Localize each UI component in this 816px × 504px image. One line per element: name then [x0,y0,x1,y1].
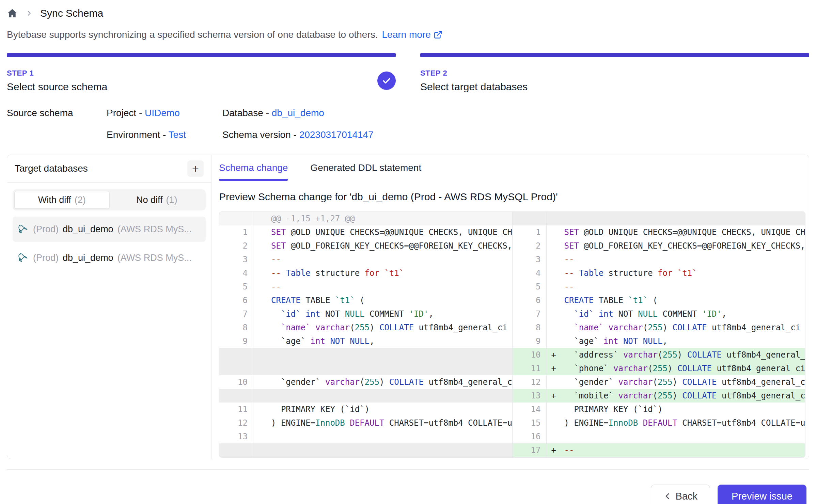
home-icon[interactable] [7,8,18,19]
intro-description: Bytebase supports synchronizing a specif… [7,29,378,40]
diff-code-row: 14 PRIMARY KEY (`id`) [513,403,805,416]
code-line: ) ENGINE=InnoDB DEFAULT CHARSET=utf8mb4 … [271,416,512,430]
line-number: 13 [513,389,547,403]
project-field-name: Project - [107,108,142,118]
diff-sign [547,416,564,430]
step-1-progress-bar [7,53,396,57]
diff-sign [253,280,271,294]
diff-sign [253,443,271,457]
line-number: 9 [513,334,547,348]
database-list-item[interactable]: (Prod) db_ui_demo (AWS RDS MyS... [13,245,206,270]
line-number [513,212,547,225]
schema-preview-area: Schema change Generated DDL statement Pr… [211,155,809,459]
diff-sign [547,225,564,239]
step-2-progress-bar [420,53,809,57]
code-line [271,443,512,457]
database-field-name: Database - [222,108,269,118]
chevron-right-icon [25,10,33,17]
sync-schema-page: Sync Schema Bytebase supports synchroniz… [0,0,816,504]
code-line: -- [271,280,512,294]
database-instance: (AWS RDS MyS... [117,253,192,263]
stepper: STEP 1 Select source schema STEP 2 Selec… [7,53,809,93]
main-panel: Target databases + With diff (2) No diff… [7,155,809,459]
preview-issue-button[interactable]: Preview issue [718,485,806,504]
diff-code-row: 7 `id` int NOT NULL COMMENT 'ID', [513,307,805,321]
diff-code-row: 11+ `phone` varchar(255) COLLATE utf8mb4… [513,362,805,375]
schema-version-link[interactable]: 20230317014147 [299,129,374,140]
diff-code-row: 13+ `mobile` varchar(255) COLLATE utf8mb… [513,389,805,403]
code-line [271,389,512,403]
database-env: (Prod) [33,253,59,263]
line-number: 12 [513,375,547,389]
diff-sign [253,375,271,389]
step-2-label: STEP 2 [420,69,528,78]
line-number: 7 [513,307,547,321]
line-number: 11 [513,362,547,375]
diff-code-row: 8 `name` varchar(255) COLLATE utf8mb4_ge… [219,321,512,334]
line-number: 8 [513,321,547,334]
tab-no-diff[interactable]: No diff (1) [110,191,204,209]
line-number: 3 [513,253,547,266]
line-number: 1 [219,225,253,239]
diff-sign [253,348,271,375]
line-number: 4 [219,266,253,280]
code-line: -- [564,253,805,266]
target-databases-title: Target databases [15,163,88,174]
tab-with-diff-label: With diff [38,195,71,205]
diff-code-row: 6CREATE TABLE `t1` ( [219,294,512,307]
diff-sign [253,212,271,225]
database-link[interactable]: db_ui_demo [272,108,324,118]
diff-sign [547,212,564,225]
diff-code-row: 7 `id` int NOT NULL COMMENT 'ID', [219,307,512,321]
learn-more-link[interactable]: Learn more [382,29,442,40]
diff-placeholder-row [219,389,512,403]
line-number [219,348,253,375]
tab-generated-ddl[interactable]: Generated DDL statement [310,162,421,181]
diff-sign [547,307,564,321]
project-field: Project - UIDemo [107,108,222,119]
database-name: db_ui_demo [63,224,113,235]
diff-sign [547,334,564,348]
database-list-item[interactable]: (Prod) db_ui_demo (AWS RDS MyS... [13,217,206,242]
diff-code-row: 2SET @OLD_FOREIGN_KEY_CHECKS=@@FOREIGN_K… [513,239,805,253]
step-1-title: Select source schema [7,81,107,93]
project-link[interactable]: UIDemo [145,108,180,118]
diff-code-row: 1SET @OLD_UNIQUE_CHECKS=@@UNIQUE_CHECKS,… [513,225,805,239]
code-line: PRIMARY KEY (`id`) [271,403,512,416]
diff-code-row: 4-- Table structure for `t1` [513,266,805,280]
line-number [219,212,253,225]
diff-sign [253,266,271,280]
diff-sign: + [547,443,564,457]
add-database-button[interactable]: + [187,160,204,177]
environment-field: Environment - Test [107,129,222,140]
code-line: CREATE TABLE `t1` ( [564,294,805,307]
tab-schema-change[interactable]: Schema change [219,162,288,181]
diff-code-row: 10 `gender` varchar(255) COLLATE utf8mb4… [219,375,512,389]
external-link-icon [434,30,442,39]
line-number: 9 [219,334,253,348]
back-button[interactable]: Back [651,485,710,504]
diff-sign [253,403,271,416]
line-number: 3 [219,253,253,266]
diff-code-row: 11 PRIMARY KEY (`id`) [219,403,512,416]
diff-code-row: 6CREATE TABLE `t1` ( [513,294,805,307]
environment-link[interactable]: Test [169,129,186,140]
plus-icon: + [192,163,199,174]
diff-sign [253,239,271,253]
diff-code-row: 15) ENGINE=InnoDB DEFAULT CHARSET=utf8mb… [513,416,805,430]
chevron-left-icon [663,492,672,500]
diff-code-row: 8 `name` varchar(255) COLLATE utf8mb4_ge… [513,321,805,334]
line-number: 5 [219,280,253,294]
diff-hunk-header-row: @@ -1,15 +1,27 @@ [219,212,512,225]
tab-with-diff[interactable]: With diff (2) [14,191,110,209]
code-line: SET @OLD_UNIQUE_CHECKS=@@UNIQUE_CHECKS, … [271,225,512,239]
step-2-title: Select target databases [420,81,528,93]
code-line: `address` varchar(255) COLLATE utf8mb4_g… [564,348,805,362]
database-field: Database - db_ui_demo [222,108,374,119]
code-line: ) ENGINE=InnoDB DEFAULT CHARSET=utf8mb4 … [564,416,805,430]
code-line: SET @OLD_FOREIGN_KEY_CHECKS=@@FOREIGN_KE… [271,239,512,253]
line-number [219,389,253,403]
diff-sign [253,416,271,430]
code-line: `phone` varchar(255) COLLATE utf8mb4_gen… [564,362,805,375]
diff-code-row: 12) ENGINE=InnoDB DEFAULT CHARSET=utf8mb… [219,416,512,430]
